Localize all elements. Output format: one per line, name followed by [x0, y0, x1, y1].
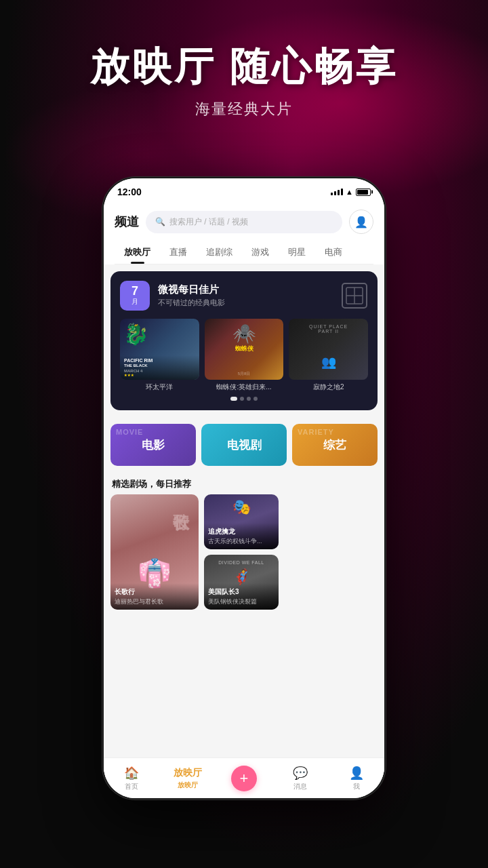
main-title: 放映厅 随心畅享 — [0, 41, 488, 94]
quiet-place-title: QUIET PLACEPART II — [289, 324, 368, 334]
phone-outer-frame: 12:00 ▲ — [102, 176, 386, 800]
category-variety-btn[interactable]: VARIETY 综艺 — [292, 424, 378, 466]
banner-header: 7 月 微视每日佳片 不可错过的经典电影 — [120, 281, 368, 311]
drama-desc-sm2: 美队钢铁侠决裂篇 — [208, 598, 274, 606]
profile-icon: 👤 — [349, 766, 364, 781]
tab-dramas[interactable]: 追剧综 — [197, 241, 242, 264]
dot-2 — [240, 397, 244, 401]
category-variety-label: 综艺 — [323, 437, 346, 453]
tab-games[interactable]: 游戏 — [242, 241, 279, 264]
bottom-nav: 🏠 首页 放映厅 放映厅 + 💬 消息 — [104, 757, 384, 798]
drama-card-main[interactable]: 长歌行 👘 长歌行 迪丽热巴与君长歌 — [110, 494, 199, 610]
drama-desc-sm1: 古天乐的权钱斗争... — [208, 538, 274, 545]
date-badge: 7 月 — [120, 281, 150, 311]
app-logo: 频道 — [115, 214, 139, 230]
banner-title-block: 微视每日佳片 不可错过的经典电影 — [158, 283, 225, 308]
search-icon: 🔍 — [155, 217, 165, 226]
phone-mockup: 12:00 ▲ — [102, 176, 386, 800]
bottom-nav-messages[interactable]: 💬 消息 — [272, 766, 328, 791]
user-add-button[interactable]: 👤 — [349, 210, 373, 234]
featured-banner[interactable]: 7 月 微视每日佳片 不可错过的经典电影 — [110, 271, 378, 410]
tab-ecommerce[interactable]: 电商 — [315, 241, 352, 264]
cinema-logo-icon: 放映厅 — [174, 767, 202, 779]
tab-live[interactable]: 直播 — [160, 241, 197, 264]
category-tv-label: 电视剧 — [227, 437, 262, 453]
tab-cinema[interactable]: 放映厅 — [115, 241, 160, 264]
header-section: 放映厅 随心畅享 海量经典大片 — [0, 41, 488, 119]
drama-sm-column: 🎭 追虎擒龙 古天乐的权钱斗争... DIVIDED WE FALL — [204, 494, 279, 610]
drama-name-sm1: 追虎擒龙 — [208, 527, 274, 536]
category-tv-btn[interactable]: 电视剧 — [201, 424, 287, 466]
bottom-nav-profile[interactable]: 👤 我 — [328, 766, 384, 791]
bottom-nav-cinema-label: 放映厅 — [178, 781, 198, 790]
section-header: 精选剧场，每日推荐 — [104, 473, 384, 494]
dot-3 — [247, 397, 251, 401]
section-title: 精选剧场，每日推荐 — [112, 479, 191, 489]
movie-poster-1[interactable]: 🐉 PACIFIC RIM THE BLACK MARCH 4 ★★★ 环太平洋 — [120, 319, 199, 391]
status-time: 12:00 — [117, 186, 142, 197]
sub-title: 海量经典大片 — [0, 99, 488, 119]
plus-button[interactable]: + — [231, 766, 257, 791]
signal-icon — [331, 189, 343, 195]
drama-overlay-main: 长歌行 迪丽热巴与君长歌 — [110, 583, 199, 610]
wifi-icon: ▲ — [346, 188, 353, 196]
movie-poster-3[interactable]: QUIET PLACEPART II 👥 寂静之地2 — [289, 319, 368, 391]
message-icon: 💬 — [293, 766, 308, 781]
banner-main-title: 微视每日佳片 — [158, 283, 225, 296]
app-content: 频道 🔍 搜索用户 / 话题 / 视频 👤 放映厅 直播 追剧综 — [104, 203, 384, 798]
header-row: 频道 🔍 搜索用户 / 话题 / 视频 👤 — [115, 210, 373, 234]
bottom-nav-profile-label: 我 — [353, 782, 360, 791]
tab-stars[interactable]: 明星 — [279, 241, 315, 264]
home-icon: 🏠 — [124, 766, 139, 781]
dragon-icon: 🐉 — [123, 322, 148, 346]
nav-tabs: 放映厅 直播 追剧综 游戏 明星 电商 — [115, 241, 373, 264]
banner-logo-icon — [341, 282, 368, 309]
movies-row: 🐉 PACIFIC RIM THE BLACK MARCH 4 ★★★ 环太平洋 — [120, 319, 368, 391]
banner-subtitle: 不可错过的经典电影 — [158, 298, 225, 308]
main-scroll-area: 7 月 微视每日佳片 不可错过的经典电影 — [104, 264, 384, 778]
bottom-nav-home[interactable]: 🏠 首页 — [104, 766, 160, 791]
bottom-nav-home-label: 首页 — [125, 782, 138, 791]
category-row: MOVIE 电影 电视剧 VARIETY 综艺 — [104, 417, 384, 473]
date-unit: 月 — [131, 297, 138, 307]
dots-indicator — [120, 397, 368, 401]
phone-inner-screen: 12:00 ▲ — [104, 178, 384, 798]
battery-icon — [356, 189, 371, 196]
search-bar[interactable]: 🔍 搜索用户 / 话题 / 视频 — [146, 211, 342, 233]
dot-4 — [253, 397, 258, 401]
drama-row: 长歌行 👘 长歌行 迪丽热巴与君长歌 — [104, 494, 384, 616]
plus-icon: + — [240, 770, 249, 787]
search-placeholder-text: 搜索用户 / 话题 / 视频 — [169, 216, 248, 228]
user-add-icon: 👤 — [354, 216, 368, 229]
poster-overlay-1: PACIFIC RIM THE BLACK MARCH 4 ★★★ — [120, 355, 199, 380]
date-number: 7 — [131, 285, 138, 297]
app-header: 频道 🔍 搜索用户 / 话题 / 视频 👤 放映厅 直播 追剧综 — [104, 203, 384, 264]
bottom-nav-plus[interactable]: + — [216, 766, 272, 791]
drama-overlay-sm1: 追虎擒龙 古天乐的权钱斗争... — [204, 523, 279, 549]
movie-label-3: 寂静之地2 — [289, 383, 368, 391]
movie-poster-2[interactable]: 🕷️ 蜘蛛侠 5月8日 蜘蛛侠:英雄归来... — [205, 319, 284, 391]
category-movies-btn[interactable]: MOVIE 电影 — [110, 424, 196, 466]
category-movies-label: 电影 — [142, 437, 165, 453]
drama-card-sm-1[interactable]: 🎭 追虎擒龙 古天乐的权钱斗争... — [204, 494, 279, 549]
movie-label-2: 蜘蛛侠:英雄归来... — [205, 383, 284, 391]
divided-we-fall-text: DIVIDED WE FALL — [204, 560, 279, 565]
dot-1 — [230, 397, 237, 401]
drama-card-sm-2[interactable]: DIVIDED WE FALL 🦸 美国队长3 美队钢铁侠决裂篇 — [204, 555, 279, 610]
bottom-nav-messages-label: 消息 — [293, 782, 307, 791]
status-icons: ▲ — [331, 188, 371, 196]
drama-desc-1: 迪丽热巴与君长歌 — [115, 598, 195, 606]
drama-name-sm2: 美国队长3 — [208, 587, 274, 597]
movie-label-1: 环太平洋 — [120, 383, 199, 391]
status-bar: 12:00 ▲ — [104, 178, 384, 203]
drama-overlay-sm2: 美国队长3 美队钢铁侠决裂篇 — [204, 583, 279, 610]
drama-name-1: 长歌行 — [115, 587, 195, 597]
bottom-nav-cinema[interactable]: 放映厅 放映厅 — [160, 767, 216, 790]
